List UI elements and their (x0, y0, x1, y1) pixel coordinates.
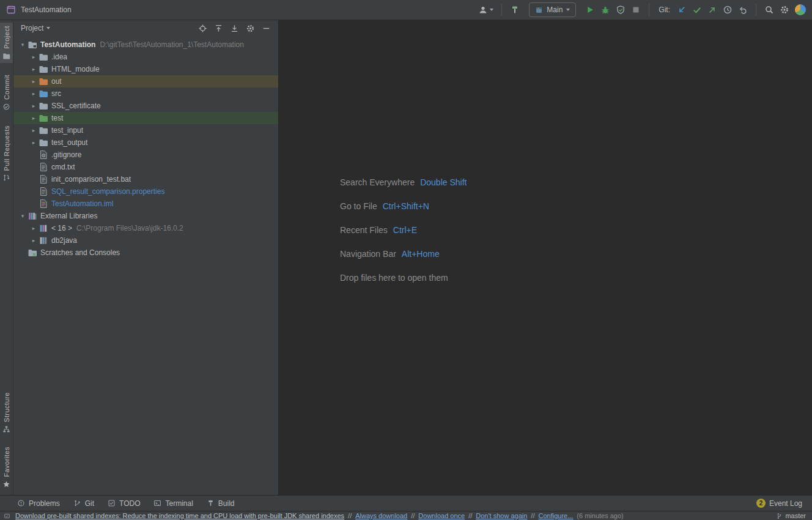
stop-button[interactable] (631, 5, 641, 15)
tree-item-out[interactable]: ▸out (13, 75, 278, 87)
shortcut-hint: Drop files here to open them (340, 266, 467, 289)
project-panel-actions (198, 24, 271, 33)
run-configuration-select[interactable]: Main (529, 2, 576, 17)
coverage-icon (616, 5, 626, 15)
git-update-project-button[interactable] (677, 5, 687, 15)
git-update-icon (677, 5, 687, 15)
hide-panel-button[interactable] (262, 24, 271, 33)
tree-item-test[interactable]: ▸test (13, 112, 278, 124)
git-push-button[interactable] (707, 5, 717, 15)
build-project-button[interactable] (510, 5, 520, 15)
tree-item-cmd-txt[interactable]: cmd.txt (13, 161, 278, 173)
stripe-button-pull-requests[interactable]: Pull Requests (0, 122, 13, 185)
tree-chevron-closed-icon[interactable]: ▸ (29, 136, 38, 149)
tree-item-ssl-certificate[interactable]: ▸SSL_certificate (13, 100, 278, 112)
status-link-don-t-show-again[interactable]: Don't show again (476, 512, 527, 519)
tree-item-sql-result-comparison-properties[interactable]: SQL_result_comparison.properties (13, 185, 278, 198)
tree-item-test-input[interactable]: ▸test_input (13, 124, 278, 136)
tree-item-idea[interactable]: ▸.idea (13, 51, 278, 63)
stripe-button-label: Commit (3, 75, 10, 100)
debug-icon (600, 5, 610, 15)
tree-item-init-comparison-test-bat[interactable]: init_comparison_test.bat (13, 173, 278, 185)
toolbar-separator (756, 4, 756, 16)
tree-chevron-closed-icon[interactable]: ▸ (29, 112, 38, 124)
tree-item-src[interactable]: ▸src (13, 87, 278, 100)
select-opened-file-button[interactable] (198, 24, 207, 33)
event-log-button[interactable]: 2Event Log (756, 499, 802, 508)
project-panel-header: Project (13, 20, 278, 36)
favorites-tool-icon (2, 480, 10, 488)
tree-chevron-closed-icon[interactable]: ▸ (29, 222, 38, 234)
tree-item-testautomation[interactable]: ▾TestAutomationD:\gitTest\TestAutomation… (13, 39, 278, 51)
tree-item-label: test_input (51, 126, 83, 135)
user-avatar-button[interactable] (795, 4, 806, 15)
git-history-button[interactable] (723, 5, 733, 15)
file-gitignore-icon (39, 150, 48, 160)
hint-shortcut: Ctrl+E (393, 225, 417, 235)
stripe-button-favorites[interactable]: Favorites (0, 444, 13, 491)
git-branch-widget[interactable]: master (776, 512, 806, 519)
file-iml-icon (39, 199, 48, 209)
event-log-label: Event Log (769, 499, 802, 508)
toolwindow-button-problems[interactable]: Problems (17, 499, 60, 508)
pr-tool-icon (2, 174, 10, 182)
view-options-button[interactable] (246, 24, 255, 33)
collapse-all-button[interactable] (214, 24, 223, 33)
notification-count-badge: 2 (756, 499, 766, 508)
status-message-time: (6 minutes ago) (577, 512, 623, 519)
tree-chevron-closed-icon[interactable]: ▸ (29, 100, 38, 112)
file-text-icon (39, 174, 48, 184)
tree-item-db2java[interactable]: ▸db2java (13, 234, 278, 247)
folder-test-icon (39, 113, 48, 123)
tree-chevron-closed-icon[interactable]: ▸ (29, 87, 38, 100)
tree-item-html-module[interactable]: ▸HTML_module (13, 63, 278, 75)
tree-item-gitignore[interactable]: .gitignore (13, 149, 278, 161)
hint-shortcut: Ctrl+Shift+N (383, 201, 429, 211)
git-rollback-button[interactable] (738, 5, 748, 15)
run-with-coverage-button[interactable] (616, 5, 626, 15)
tree-chevron-closed-icon[interactable]: ▸ (29, 234, 38, 247)
stripe-button-structure[interactable]: Structure (0, 389, 13, 436)
window-title: TestAutomation (21, 6, 72, 14)
tree-item-path: D:\gitTest\TestAutomation_1\TestAutomati… (100, 40, 243, 49)
tree-chevron-closed-icon[interactable]: ▸ (29, 75, 38, 87)
search-everywhere-button[interactable] (764, 5, 774, 15)
hint-shortcut: Alt+Home (402, 249, 440, 259)
run-config-app-icon (535, 6, 543, 14)
tree-chevron-closed-icon[interactable]: ▸ (29, 124, 38, 136)
status-link-download-once[interactable]: Download once (418, 512, 465, 519)
tree-item-16[interactable]: ▸< 16 >C:\Program Files\Java\jdk-16.0.2 (13, 222, 278, 234)
run-config-name: Main (547, 6, 563, 14)
user-menu-button[interactable] (478, 5, 493, 15)
run-button[interactable] (585, 5, 595, 15)
toolwindow-button-todo[interactable]: TODO (108, 499, 140, 508)
tree-chevron-closed-icon[interactable]: ▸ (29, 63, 38, 75)
debug-button[interactable] (600, 5, 610, 15)
git-commit-button[interactable] (692, 5, 702, 15)
toolwindow-button-git[interactable]: Git (73, 499, 94, 508)
chevron-down-icon (490, 9, 493, 11)
lib-stack-icon (28, 211, 37, 221)
toolwindow-button-build[interactable]: Build (207, 499, 235, 508)
status-link-configure[interactable]: Configure... (538, 512, 573, 519)
tree-chevron-closed-icon[interactable]: ▸ (29, 51, 38, 63)
tree-item-external-libraries[interactable]: ▾External Libraries (13, 210, 278, 222)
status-message-sep: // (531, 512, 534, 519)
tree-chevron-open-icon[interactable]: ▾ (18, 210, 27, 222)
tree-chevron-open-icon[interactable]: ▾ (18, 39, 27, 51)
tree-item-scratches-and-consoles[interactable]: Scratches and Consoles (13, 247, 278, 259)
tool-window-bar: ProblemsGitTODOTerminalBuild2Event Log (0, 495, 812, 511)
project-view-selector[interactable]: Project (21, 24, 50, 32)
status-message-sep: // (348, 512, 352, 519)
status-link-always-download[interactable]: Always download (355, 512, 407, 519)
tree-item-test-output[interactable]: ▸test_output (13, 136, 278, 149)
main-toolbar: MainGit: (478, 2, 806, 17)
toolwindow-button-terminal[interactable]: Terminal (153, 499, 193, 508)
stripe-button-commit[interactable]: Commit (0, 72, 13, 114)
expand-all-button[interactable] (230, 24, 239, 33)
tree-item-testautomation-iml[interactable]: TestAutomation.iml (13, 198, 278, 210)
stripe-button-label: Project (3, 26, 10, 49)
settings-button[interactable] (780, 5, 789, 15)
stripe-button-project[interactable]: Project (0, 23, 13, 63)
editor-area[interactable]: Search EverywhereDouble ShiftGo to FileC… (279, 20, 812, 495)
